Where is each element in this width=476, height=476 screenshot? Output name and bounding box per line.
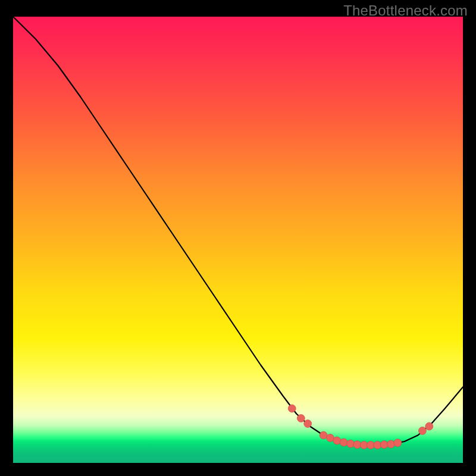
highlight-marker	[297, 415, 305, 422]
highlight-marker	[353, 441, 361, 449]
highlight-marker	[374, 441, 381, 449]
highlight-marker	[288, 405, 296, 412]
highlight-marker	[418, 427, 426, 435]
highlight-marker	[333, 437, 341, 444]
highlight-markers-group	[288, 405, 433, 449]
highlight-marker	[380, 441, 388, 449]
highlight-marker	[425, 422, 433, 430]
bottleneck-curve-line	[13, 17, 463, 445]
highlight-marker	[387, 440, 395, 448]
highlight-marker	[304, 420, 312, 428]
chart-svg	[13, 17, 463, 463]
highlight-marker	[347, 440, 355, 447]
plot-area	[13, 17, 463, 463]
highlight-marker	[394, 439, 402, 447]
watermark-text: TheBottleneck.com	[343, 2, 468, 19]
highlight-marker	[340, 439, 347, 446]
